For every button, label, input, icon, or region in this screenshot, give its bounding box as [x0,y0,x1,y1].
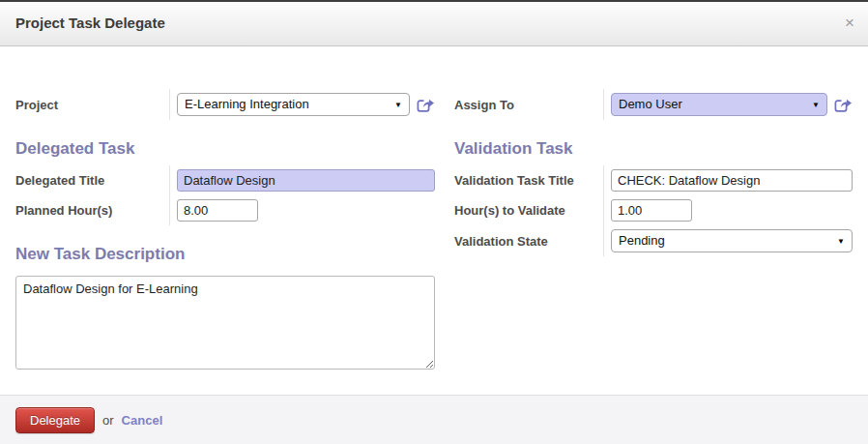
assign-to-select[interactable]: Demo User ▼ [611,93,827,116]
validation-task-title-input[interactable] [611,169,853,192]
delegated-task-group: Delegated Title Planned Hour(s) [15,165,435,225]
validation-task-title-label: Validation Task Title [454,165,604,195]
new-task-description-textarea[interactable]: Dataflow Design for E-Learning [15,276,435,370]
section-title-new-task-description: New Task Description [15,245,435,264]
project-select[interactable]: E-Learning Integration ▼ [177,93,410,116]
form-body: Project E-Learning Integration ▼ Delegat… [0,46,868,370]
delegated-title-field-cell [170,165,435,195]
planned-hours-label: Planned Hour(s) [15,195,170,225]
chevron-down-icon: ▼ [812,101,820,109]
validation-state-select-value: Pending [619,233,665,248]
left-column: Project E-Learning Integration ▼ Delegat… [15,89,435,370]
section-title-validation-task: Validation Task [454,139,853,159]
project-external-link-icon[interactable] [417,97,435,113]
planned-hours-field-cell [170,195,435,225]
right-column: Assign To Demo User ▼ Validation Task Va… [454,89,853,256]
assign-to-select-value: Demo User [619,97,682,111]
dialog-header: Project Task Delegate × [0,2,868,46]
project-select-value: E-Learning Integration [185,97,309,111]
chevron-down-icon: ▼ [837,237,845,246]
delegate-button[interactable]: Delegate [15,407,95,433]
delegated-title-input[interactable] [177,169,435,192]
delegated-title-label: Delegated Title [15,165,170,195]
cancel-link[interactable]: Cancel [122,413,163,428]
hours-to-validate-label: Hour(s) to Validate [454,195,604,225]
project-row: Project E-Learning Integration ▼ [15,89,435,120]
assign-to-row: Assign To Demo User ▼ [454,89,853,120]
hours-to-validate-input[interactable] [611,199,692,222]
chevron-down-icon: ▼ [394,101,402,109]
project-field-cell: E-Learning Integration ▼ [170,89,435,120]
validation-state-select[interactable]: Pending ▼ [611,229,853,252]
validation-task-group: Validation Task Title Hour(s) to Validat… [454,165,853,256]
validation-task-title-field-cell [604,165,853,195]
section-title-delegated-task: Delegated Task [15,139,435,159]
planned-hours-input[interactable] [177,199,258,222]
assign-to-external-link-icon[interactable] [834,97,853,113]
dialog-title: Project Task Delegate [15,15,165,31]
assign-to-field-cell: Demo User ▼ [604,89,853,120]
validation-state-field-cell: Pending ▼ [604,225,853,256]
assign-to-label: Assign To [454,89,604,120]
dialog-footer: Delegate or Cancel [0,395,868,444]
project-label: Project [15,89,170,120]
hours-to-validate-field-cell [604,195,853,225]
close-icon[interactable]: × [845,15,854,31]
or-text: or [102,413,114,428]
validation-state-label: Validation State [454,225,604,256]
